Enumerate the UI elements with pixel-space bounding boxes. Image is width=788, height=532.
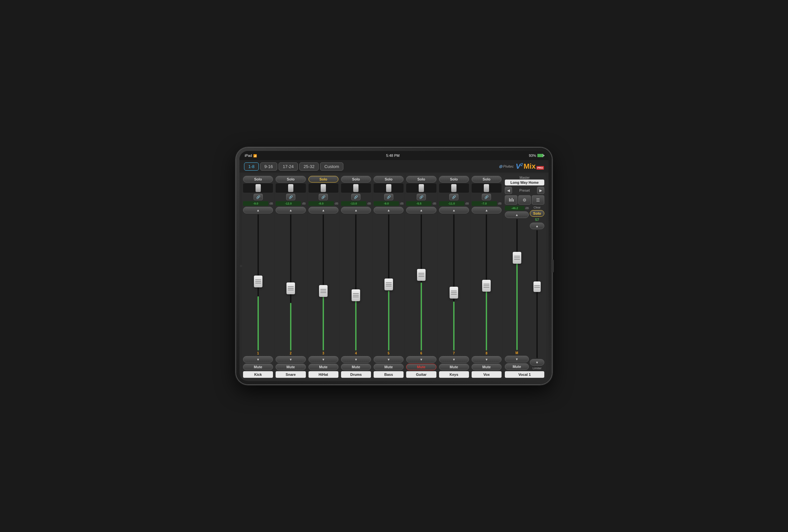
limiter-fader-thumb[interactable] [533,281,541,292]
down-button-2[interactable]: ▼ [276,356,306,363]
tab-9-16[interactable]: 9-16 [260,162,277,171]
solo-button-1[interactable]: Solo [243,176,273,182]
pan-area-6[interactable] [406,183,436,193]
fader-thumb-2[interactable] [287,282,295,294]
down-button-8[interactable]: ▼ [472,356,501,363]
channel-label-5[interactable]: Bass [374,371,403,378]
solo-button-7[interactable]: Solo [439,176,469,182]
pan-area-2[interactable] [276,183,306,193]
fader-thumb-7[interactable] [450,287,458,299]
pan-thumb-6[interactable] [419,184,424,192]
down-button-5[interactable]: ▼ [374,356,403,363]
pan-area-7[interactable] [439,183,469,193]
mute-button-2[interactable]: Mute [276,364,306,370]
master-down-button[interactable]: ▼ [505,356,529,362]
svg-rect-3 [513,199,514,201]
side-button[interactable] [551,259,554,273]
tab-custom[interactable]: Custom [320,162,343,171]
solo-button-5[interactable]: Solo [374,176,403,182]
solo-button-3[interactable]: Solo [309,176,338,182]
master-solo-button[interactable]: Solo [530,210,544,217]
fader-thumb-4[interactable] [352,289,360,301]
fader-thumb-5[interactable] [385,278,393,290]
link-button-8[interactable]: 🔗 [482,194,491,200]
pan-thumb-7[interactable] [451,184,456,192]
master-up-button[interactable]: ▲ [505,212,529,218]
pan-thumb-5[interactable] [386,184,391,192]
up-button-3[interactable]: ▲ [309,207,338,213]
fader-thumb-6[interactable] [417,269,426,281]
mute-button-1[interactable]: Mute [243,364,273,370]
pan-area-4[interactable] [341,183,371,193]
mute-button-4[interactable]: Mute [341,364,371,370]
preset-prev-button[interactable]: ◀ [505,187,512,194]
down-button-3[interactable]: ▼ [309,356,338,363]
limiter-down-button[interactable]: ▼ [530,359,544,366]
master-fader-track-area [505,219,529,350]
solo-button-2[interactable]: Solo [276,176,306,182]
link-button-5[interactable]: 🔗 [384,194,393,200]
master-mute-button[interactable]: Mute [505,363,529,370]
fader-thumb-8[interactable] [482,280,491,292]
up-button-8[interactable]: ▲ [472,207,501,213]
pan-thumb-8[interactable] [484,184,489,192]
link-button-1[interactable]: 🔗 [254,194,263,200]
down-button-7[interactable]: ▼ [439,356,469,363]
mute-button-8[interactable]: Mute [472,364,501,370]
down-button-4[interactable]: ▼ [341,356,371,363]
solo-button-6[interactable]: Solo [406,176,436,182]
master-name[interactable]: Long Way Home [505,179,544,185]
channel-label-1[interactable]: Kick [243,371,273,378]
link-button-2[interactable]: 🔗 [286,194,295,200]
main-content: 1-8 9-16 17-24 25-32 Custom ⊛ Pivitec V2… [239,160,549,381]
pan-thumb-3[interactable] [321,184,326,192]
link-button-4[interactable]: 🔗 [351,194,360,200]
solo-button-4[interactable]: Solo [341,176,371,182]
channel-label-7[interactable]: Keys [439,371,469,378]
mute-button-7[interactable]: Mute [439,364,469,370]
mute-button-5[interactable]: Mute [374,364,403,370]
tab-25-32[interactable]: 25-32 [299,162,319,171]
up-button-1[interactable]: ▲ [243,207,273,213]
fader-thumb-3[interactable] [319,285,328,297]
up-button-7[interactable]: ▲ [439,207,469,213]
down-button-1[interactable]: ▼ [243,356,273,363]
mixer-icon-button[interactable] [505,195,517,204]
channel-label-2[interactable]: Snare [276,371,306,378]
menu-icon-button[interactable]: ☰ [532,195,544,204]
channel-label-4[interactable]: Drums [341,371,371,378]
down-button-6[interactable]: ▼ [406,356,436,363]
pan-thumb-1[interactable] [256,184,261,192]
fader-meter-2 [290,303,291,351]
master-fader-thumb[interactable] [513,252,521,264]
tab-1-8[interactable]: 1-8 [244,162,259,171]
link-button-3[interactable]: 🔗 [319,194,328,200]
pan-area-1[interactable] [243,183,273,193]
fader-thumb-1[interactable] [254,276,262,288]
channel-label-6[interactable]: Guitar [406,371,436,378]
up-button-2[interactable]: ▲ [276,207,306,213]
up-button-5[interactable]: ▲ [374,207,403,213]
mute-button-3[interactable]: Mute [309,364,338,370]
settings-icon-button[interactable]: ⚙ [518,195,531,204]
ipad-screen: iPad 5:48 PM 93% 1-8 9-16 17-24 25-32 Cu… [239,151,549,381]
solo-button-8[interactable]: Solo [472,176,501,182]
channel-label-8[interactable]: Vox [472,371,501,378]
pan-thumb-2[interactable] [288,184,293,192]
channel-label-3[interactable]: HiHat [309,371,338,378]
ipad-frame: iPad 5:48 PM 93% 1-8 9-16 17-24 25-32 Cu… [236,147,552,385]
pan-area-8[interactable] [472,183,501,193]
preset-next-button[interactable]: ▶ [537,187,544,194]
link-button-7[interactable]: 🔗 [449,194,458,200]
up-button-6[interactable]: ▲ [406,207,436,213]
pan-area-3[interactable] [309,183,338,193]
master-channel-label[interactable]: Vocal 1 [505,371,544,378]
pan-thumb-4[interactable] [353,184,358,192]
limiter-up-button[interactable]: ▲ [530,222,544,229]
grip-c-7 [451,294,457,295]
mute-button-6[interactable]: Mute [406,364,436,370]
pan-area-5[interactable] [374,183,403,193]
up-button-4[interactable]: ▲ [341,207,371,213]
tab-17-24[interactable]: 17-24 [279,162,298,171]
link-button-6[interactable]: 🔗 [417,194,426,200]
